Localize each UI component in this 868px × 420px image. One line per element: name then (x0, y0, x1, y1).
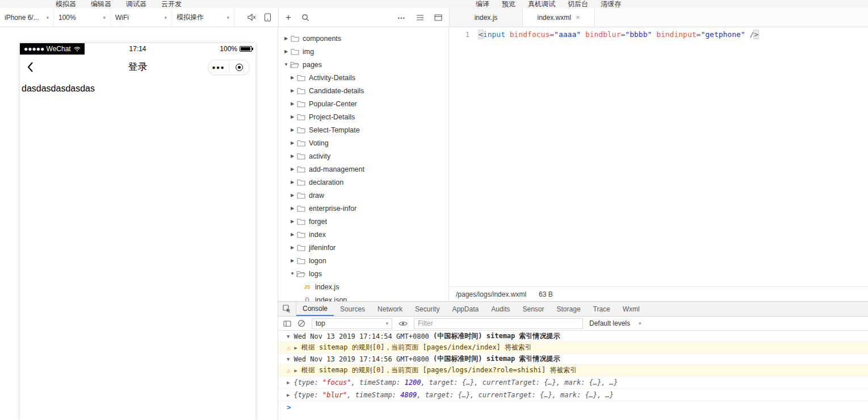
chevron-right-icon[interactable]: ▶ (289, 114, 296, 119)
chevron-right-icon[interactable]: ▶ (289, 75, 296, 80)
menu-item-debugger[interactable]: 调试器 (126, 0, 146, 8)
tree-item-activity-details[interactable]: ▶Activity-Details (278, 71, 448, 84)
tree-item-activity[interactable]: ▶activity (278, 149, 448, 163)
menu-item-cloud-dev[interactable]: 云开发 (161, 0, 182, 8)
menu-item-switch-background[interactable]: 切后台 (568, 0, 588, 8)
tree-item-project-details[interactable]: ▶Project-Details (278, 110, 448, 123)
debugger-tab-security[interactable]: Security (409, 302, 446, 316)
chevron-right-icon[interactable]: ▶ (289, 219, 296, 224)
debugger-tab-storage[interactable]: Storage (551, 302, 587, 316)
chevron-right-icon[interactable]: ▶ (289, 140, 296, 145)
menu-item-editor[interactable]: 编辑器 (91, 0, 111, 8)
add-file-icon[interactable]: + (286, 13, 291, 22)
tree-item-label: Activity-Details (309, 74, 355, 82)
tree-item-candidate-details[interactable]: ▶Candidate-details (278, 84, 448, 97)
clear-console-icon[interactable] (297, 319, 305, 327)
console-group-message[interactable]: ▼Wed Nov 13 2019 17:14:56 GMT+0800 (中国标准… (278, 354, 868, 365)
tree-item-logon[interactable]: ▶logon (278, 254, 448, 267)
chevron-right-icon[interactable]: ▶ (289, 88, 296, 93)
chevron-right-icon[interactable]: ▶ (289, 180, 296, 185)
tree-item-voting[interactable]: ▶Voting (278, 136, 448, 149)
tree-item-index[interactable]: ▶index (278, 228, 448, 241)
chevron-right-icon[interactable]: ▶ (289, 245, 296, 250)
search-icon[interactable] (301, 14, 309, 22)
chevron-right-icon[interactable]: ▶ (289, 153, 296, 159)
log-levels-select[interactable]: Default levels ▾ (589, 319, 641, 327)
chevron-right-icon[interactable]: ▶ (289, 193, 296, 198)
back-button[interactable] (27, 61, 33, 73)
capsule-exit-button[interactable] (229, 64, 250, 71)
warning-icon: ⚠ (287, 344, 291, 352)
tree-item-add-management[interactable]: ▶add-management (278, 163, 448, 176)
console-filter-input[interactable] (414, 318, 583, 329)
device-select[interactable]: iPhone 6/... ▾ (0, 8, 54, 27)
chevron-right-icon[interactable]: ▶ (294, 368, 297, 373)
chevron-right-icon[interactable]: ▶ (283, 49, 290, 54)
console-warning-message[interactable]: ⚠▶根据 sitemap 的规则[0]，当前页面 [pages/index/in… (278, 342, 868, 354)
chevron-right-icon[interactable]: ▶ (287, 392, 290, 398)
menu-item-simulator[interactable]: 模拟器 (56, 0, 76, 8)
chevron-right-icon[interactable]: ▶ (289, 167, 296, 172)
chevron-right-icon[interactable]: ▶ (294, 345, 297, 351)
zoom-select[interactable]: 100% ▾ (54, 8, 111, 27)
console-object-message[interactable]: ▶{type: "focus", timeStamp: 1200, target… (278, 376, 868, 389)
console-object-message[interactable]: ▶{type: "blur", timeStamp: 4809, target:… (278, 389, 868, 401)
console-prompt-chevron[interactable]: > (287, 403, 291, 411)
network-select[interactable]: WiFi ▾ (111, 8, 172, 27)
tree-item-draw[interactable]: ▶draw (278, 189, 448, 202)
debugger-tab-audits[interactable]: Audits (485, 302, 516, 316)
menu-item-real-device-debug[interactable]: 真机调试 (528, 0, 555, 8)
tree-item-logs[interactable]: ▼logs (278, 267, 448, 280)
live-expression-eye-icon[interactable] (399, 321, 408, 327)
inspect-element-icon[interactable] (278, 302, 296, 316)
close-icon[interactable]: × (576, 13, 580, 22)
tree-item-forget[interactable]: ▶forget (278, 215, 448, 228)
debugger-tab-network[interactable]: Network (371, 302, 409, 316)
console-warning-message[interactable]: ⚠▶根据 sitemap 的规则[0]，当前页面 [pages/logs/ind… (278, 365, 868, 376)
tree-item-popular-center[interactable]: ▶Popular-Center (278, 97, 448, 110)
file-tab-index.js[interactable]: index.js (450, 8, 522, 27)
simulate-action-select[interactable]: 模拟操作 ▾ (172, 8, 234, 27)
chevron-down-icon[interactable]: ▼ (289, 271, 296, 276)
chevron-right-icon[interactable]: ▶ (289, 101, 296, 106)
debugger-tab-wxml[interactable]: Wxml (617, 302, 646, 316)
menu-item-clear-cache[interactable]: 清缓存 (601, 0, 621, 8)
chevron-right-icon[interactable]: ▶ (289, 127, 296, 132)
code-editor[interactable]: 1 <input bindfocus="aaaa" bindblur="bbbb… (449, 27, 868, 286)
execution-context-select[interactable]: top ▾ (312, 318, 392, 329)
debugger-tab-sensor[interactable]: Sensor (517, 302, 551, 316)
menu-item-compile[interactable]: 编译 (476, 0, 489, 8)
tree-item-pages[interactable]: ▼pages (278, 58, 448, 71)
chevron-right-icon[interactable]: ▶ (283, 36, 290, 41)
tree-item-index.js[interactable]: JSindex.js (278, 280, 448, 293)
chevron-down-icon[interactable]: ▼ (287, 334, 290, 339)
tree-item-img[interactable]: ▶img (278, 45, 448, 58)
menu-item-preview[interactable]: 预览 (502, 0, 515, 8)
chevron-right-icon[interactable]: ▶ (289, 206, 296, 211)
chevron-right-icon[interactable]: ▶ (289, 232, 296, 237)
file-tab-index.wxml[interactable]: index.wxml× (522, 8, 595, 27)
debugger-tab-console[interactable]: Console (296, 302, 334, 316)
chevron-right-icon[interactable]: ▶ (287, 380, 290, 385)
more-icon[interactable]: ⋯ (397, 14, 406, 22)
chevron-down-icon[interactable]: ▼ (283, 62, 290, 67)
editor-layout-icon[interactable] (434, 14, 442, 21)
chevron-right-icon[interactable]: ▶ (289, 258, 296, 263)
tree-item-select-template[interactable]: ▶Select-Template (278, 123, 448, 136)
tree-item-enterprise-infor[interactable]: ▶enterprise-infor (278, 202, 448, 215)
file-list-icon[interactable] (416, 14, 424, 21)
tree-item-declaration[interactable]: ▶declaration (278, 176, 448, 189)
debugger-tab-trace[interactable]: Trace (587, 302, 617, 316)
chevron-down-icon[interactable]: ▼ (287, 356, 290, 362)
debugger-tab-sources[interactable]: Sources (334, 302, 371, 316)
tree-item-components[interactable]: ▶components (278, 32, 448, 45)
rotate-device-icon[interactable] (264, 13, 271, 22)
mute-icon[interactable] (248, 14, 256, 21)
debugger-tab-appdata[interactable]: AppData (446, 302, 485, 316)
tree-item-index.json[interactable]: {}index.json (278, 293, 448, 301)
console-prompt-row[interactable]: > (278, 401, 868, 413)
console-sidebar-icon[interactable] (283, 321, 291, 327)
console-group-message[interactable]: ▼Wed Nov 13 2019 17:14:54 GMT+0800 (中国标准… (278, 331, 868, 342)
capsule-more-button[interactable]: ●●● (208, 64, 229, 70)
tree-item-jifeninfor[interactable]: ▶jifeninfor (278, 241, 448, 254)
